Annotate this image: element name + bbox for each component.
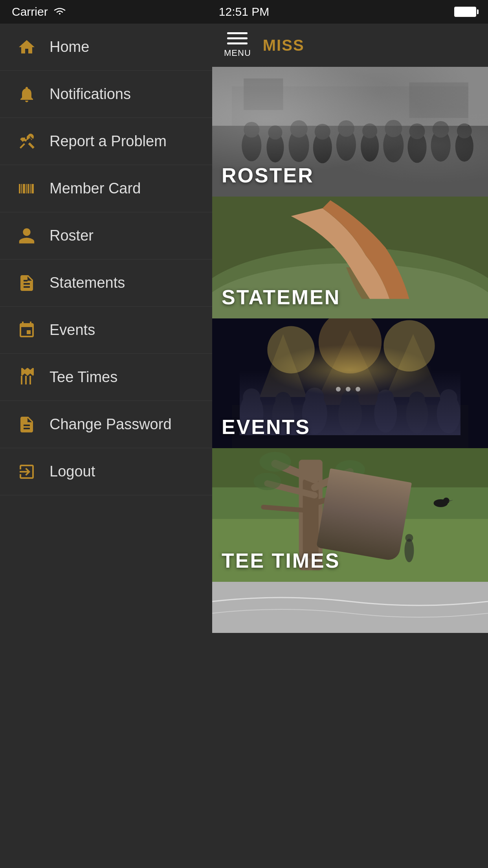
- svg-point-10: [315, 124, 330, 140]
- barcode-icon: [16, 178, 38, 200]
- document-icon: [16, 414, 38, 436]
- sidebar-label-change-password: Change Password: [50, 416, 172, 433]
- svg-point-9: [313, 132, 332, 163]
- svg-point-3: [242, 130, 261, 161]
- sidebar-label-tee-times: Tee Times: [50, 369, 117, 386]
- svg-point-31: [319, 318, 382, 373]
- sidebar-item-logout[interactable]: Logout: [0, 448, 212, 495]
- sidebar-label-notifications: Notifications: [50, 86, 131, 103]
- svg-point-17: [407, 131, 426, 163]
- svg-point-39: [305, 388, 324, 406]
- tile-partial: [212, 582, 488, 633]
- svg-point-43: [377, 390, 394, 406]
- svg-point-61: [259, 452, 291, 472]
- svg-point-41: [341, 390, 359, 407]
- wrench-icon: [16, 131, 38, 153]
- svg-point-11: [336, 129, 356, 161]
- svg-point-42: [374, 394, 397, 432]
- svg-point-37: [275, 392, 291, 408]
- svg-rect-23: [232, 86, 468, 126]
- svg-point-5: [266, 132, 284, 162]
- sidebar-item-home[interactable]: Home: [0, 24, 212, 71]
- bell-icon: [16, 83, 38, 105]
- sidebar-item-notifications[interactable]: Notifications: [0, 71, 212, 118]
- sidebar-label-roster: Roster: [50, 227, 94, 244]
- svg-point-48: [336, 387, 341, 392]
- home-icon: [16, 36, 38, 58]
- tile-label-events: EVENTS: [222, 415, 310, 439]
- sidebar-item-events[interactable]: Events: [0, 307, 212, 354]
- svg-rect-24: [244, 79, 283, 110]
- sidebar-item-statements[interactable]: Statements: [0, 259, 212, 307]
- top-bar: MENU MISS: [212, 24, 488, 67]
- svg-point-12: [338, 120, 354, 137]
- svg-point-32: [383, 320, 435, 371]
- calendar-icon: [16, 319, 38, 341]
- menu-button-label: MENU: [224, 48, 251, 58]
- status-left: Carrier: [12, 5, 67, 18]
- svg-rect-70: [212, 582, 488, 633]
- tile-label-roster: ROSTER: [222, 164, 314, 187]
- brand-name: MISS: [263, 37, 305, 54]
- svg-point-7: [289, 129, 309, 162]
- svg-point-50: [356, 387, 360, 392]
- svg-rect-25: [409, 83, 468, 118]
- person-icon: [16, 225, 38, 247]
- svg-point-40: [338, 395, 362, 434]
- svg-point-4: [244, 122, 259, 138]
- content-panel: MENU MISS: [212, 24, 488, 868]
- tiles-container: ROSTER STATEM: [212, 67, 488, 868]
- svg-point-15: [383, 129, 404, 162]
- sidebar-label-report-problem: Report a Problem: [50, 133, 167, 150]
- sidebar-item-tee-times[interactable]: Tee Times: [0, 354, 212, 401]
- svg-point-13: [361, 131, 379, 162]
- document-list-icon: [16, 272, 38, 294]
- tile-statements[interactable]: STATEMEN: [212, 197, 488, 318]
- sidebar-label-home: Home: [50, 39, 89, 55]
- svg-point-20: [433, 121, 449, 138]
- svg-point-47: [440, 389, 457, 406]
- svg-point-16: [385, 120, 402, 137]
- svg-point-8: [290, 120, 308, 138]
- svg-point-14: [362, 123, 377, 138]
- sidebar-item-change-password[interactable]: Change Password: [0, 401, 212, 448]
- svg-point-68: [405, 534, 413, 542]
- svg-point-18: [409, 123, 425, 139]
- svg-rect-1: [212, 67, 488, 126]
- sidebar-item-report-problem[interactable]: Report a Problem: [0, 118, 212, 165]
- menu-button[interactable]: MENU: [224, 32, 251, 58]
- svg-point-22: [457, 123, 472, 138]
- svg-point-30: [267, 326, 314, 373]
- tile-label-teetimes: TEE TIMES: [222, 549, 340, 572]
- tile-teetimes[interactable]: TEE TIMES: [212, 448, 488, 582]
- partial-bg: [212, 582, 488, 633]
- flag-icon: [16, 366, 38, 388]
- status-time: 12:51 PM: [219, 5, 269, 18]
- svg-point-35: [243, 388, 260, 406]
- carrier-label: Carrier: [12, 5, 48, 18]
- svg-point-19: [431, 129, 451, 162]
- svg-point-67: [404, 539, 414, 562]
- sidebar-label-logout: Logout: [50, 463, 95, 480]
- status-bar: Carrier 12:51 PM: [0, 0, 488, 24]
- battery-icon: [454, 7, 476, 17]
- svg-point-63: [335, 460, 365, 479]
- svg-point-6: [268, 125, 282, 140]
- tile-label-statements: STATEMEN: [222, 285, 340, 309]
- sidebar-label-events: Events: [50, 322, 95, 338]
- hamburger-icon: [227, 32, 248, 44]
- svg-point-45: [409, 392, 425, 407]
- svg-point-65: [443, 498, 449, 504]
- sidebar-item-member-card[interactable]: Member Card: [0, 165, 212, 212]
- svg-point-44: [406, 395, 428, 433]
- tile-events[interactable]: EVENTS: [212, 318, 488, 448]
- svg-point-49: [346, 387, 350, 392]
- tile-roster[interactable]: ROSTER: [212, 67, 488, 197]
- main-layout: Home Notifications Report a Problem Memb…: [0, 24, 488, 868]
- sidebar-item-roster[interactable]: Roster: [0, 212, 212, 259]
- svg-point-21: [455, 131, 473, 162]
- sidebar-label-member-card: Member Card: [50, 180, 141, 197]
- svg-point-62: [253, 473, 281, 490]
- sidebar-label-statements: Statements: [50, 274, 125, 291]
- status-right: [454, 7, 476, 17]
